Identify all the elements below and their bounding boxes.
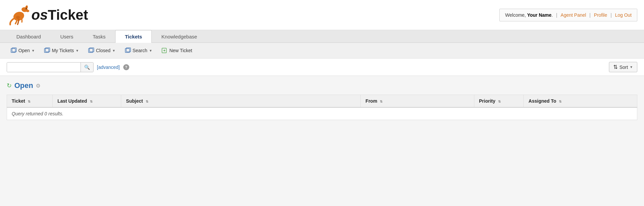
- search-submit-icon: 🔍: [84, 65, 90, 70]
- toolbar: Open ▼ My Tickets ▼ Closed ▼ Search ▼: [0, 43, 644, 59]
- svg-point-6: [16, 16, 20, 19]
- tickets-table: Ticket ⇅ Last Updated ⇅ Subject ⇅ From ⇅…: [7, 95, 637, 120]
- welcome-text: Welcome,: [505, 12, 527, 18]
- empty-message: Query returned 0 results.: [7, 107, 637, 120]
- logo: os Ticket: [7, 4, 88, 26]
- new-ticket-button[interactable]: New Ticket: [158, 45, 196, 56]
- agent-panel-link[interactable]: Agent Panel: [560, 12, 586, 18]
- search-left: 🔍 [advanced] ?: [7, 62, 129, 72]
- closed-icon: [88, 47, 94, 54]
- nav-knowledgebase[interactable]: Knowledgebase: [152, 30, 207, 43]
- my-tickets-caret: ▼: [75, 49, 79, 53]
- logout-link[interactable]: Log Out: [615, 12, 632, 18]
- ticket-sort-arrows: ⇅: [28, 100, 30, 103]
- sort-caret: ▼: [630, 65, 633, 69]
- search-icon: [125, 47, 131, 54]
- section-heading: Open: [14, 81, 33, 90]
- table-header: Ticket ⇅ Last Updated ⇅ Subject ⇅ From ⇅…: [7, 95, 637, 108]
- nav-dashboard[interactable]: Dashboard: [7, 30, 50, 43]
- open-icon: [11, 47, 17, 54]
- closed-caret: ▼: [112, 49, 116, 53]
- search-area: 🔍 [advanced] ? ⇅ Sort ▼: [0, 59, 644, 76]
- sort-button[interactable]: ⇅ Sort ▼: [609, 62, 637, 72]
- header-right: Welcome, Your Name. | Agent Panel | Prof…: [499, 9, 637, 21]
- search-input-wrap: 🔍: [7, 62, 94, 72]
- user-name: Your Name: [527, 12, 551, 18]
- priority-sort-arrows: ⇅: [498, 100, 501, 103]
- col-header-ticket[interactable]: Ticket ⇅: [7, 95, 53, 108]
- refresh-icon[interactable]: ↻: [7, 82, 12, 89]
- col-header-priority[interactable]: Priority ⇅: [474, 95, 524, 108]
- open-caret: ▼: [31, 49, 35, 53]
- advanced-search-link[interactable]: [advanced]: [97, 65, 120, 70]
- nav-tickets[interactable]: Tickets: [115, 30, 152, 43]
- assigned-sort-arrows: ⇅: [559, 100, 561, 103]
- search-button[interactable]: Search ▼: [121, 45, 156, 56]
- nav-tasks[interactable]: Tasks: [83, 30, 115, 43]
- logo-ticket: Ticket: [48, 7, 88, 23]
- search-caret: ▼: [149, 49, 152, 53]
- table-body: Query returned 0 results.: [7, 107, 637, 120]
- my-tickets-icon: [44, 47, 50, 54]
- logo-text: os Ticket: [31, 7, 88, 23]
- section-title: ↻ Open ⚙: [7, 81, 637, 90]
- my-tickets-button[interactable]: My Tickets ▼: [40, 45, 83, 56]
- from-sort-arrows: ⇅: [380, 100, 382, 103]
- updated-sort-arrows: ⇅: [90, 100, 93, 103]
- search-submit-button[interactable]: 🔍: [80, 63, 93, 72]
- sort-icon: ⇅: [613, 64, 618, 70]
- subject-sort-arrows: ⇅: [146, 100, 148, 103]
- help-icon[interactable]: ?: [123, 64, 129, 70]
- content: ↻ Open ⚙ Ticket ⇅ Last Updated ⇅ Subject…: [0, 76, 644, 125]
- profile-link[interactable]: Profile: [594, 12, 607, 18]
- logo-os: os: [31, 7, 48, 23]
- col-header-from[interactable]: From ⇅: [361, 95, 474, 108]
- empty-row: Query returned 0 results.: [7, 107, 637, 120]
- closed-button[interactable]: Closed ▼: [84, 45, 120, 56]
- svg-point-5: [26, 8, 27, 9]
- main-nav: Dashboard Users Tasks Tickets Knowledgeb…: [0, 30, 644, 43]
- nav-users[interactable]: Users: [50, 30, 83, 43]
- header: os Ticket Welcome, Your Name. | Agent Pa…: [0, 0, 644, 30]
- kangaroo-icon: [7, 4, 30, 26]
- col-header-assigned[interactable]: Assigned To ⇅: [524, 95, 637, 108]
- svg-point-4: [26, 10, 29, 12]
- gear-icon[interactable]: ⚙: [36, 83, 40, 89]
- open-button[interactable]: Open ▼: [7, 45, 39, 56]
- new-ticket-icon: [162, 47, 168, 54]
- period: .: [551, 12, 553, 18]
- search-input[interactable]: [7, 63, 80, 72]
- col-header-updated[interactable]: Last Updated ⇅: [52, 95, 121, 108]
- col-header-subject[interactable]: Subject ⇅: [121, 95, 361, 108]
